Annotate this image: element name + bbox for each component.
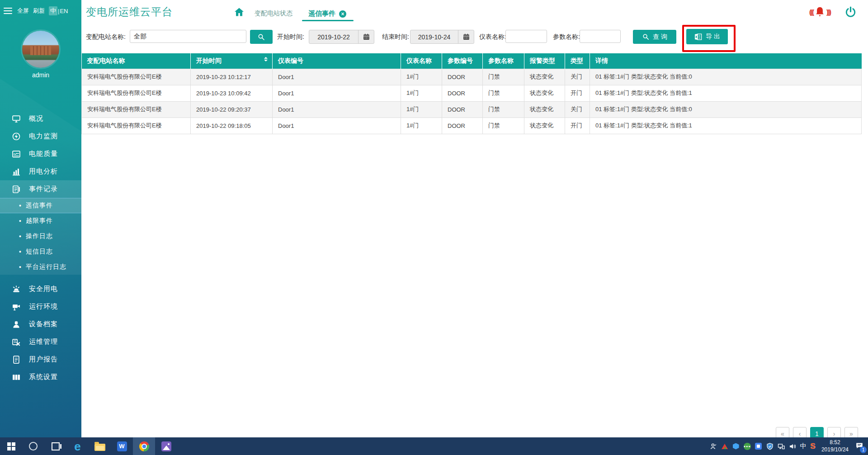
cube-app-tray-icon[interactable] (732, 443, 740, 450)
sidebar-subitem-limit-events[interactable]: •越限事件 (0, 213, 81, 229)
file-explorer-icon[interactable] (89, 437, 111, 455)
sidebar-item-label: 用户报告 (29, 355, 58, 364)
cell-detail: 01 标签:1#门 类型:状态变化 当前值:1 (590, 117, 862, 134)
sidebar-item-operating-environment[interactable]: 运行环境 (0, 298, 81, 315)
cell-meter-name: 1#门 (401, 117, 442, 134)
sidebar-item-user-reports[interactable]: 用户报告 (0, 351, 81, 368)
sidebar-item-usage-analysis[interactable]: 用电分析 (0, 163, 81, 180)
query-button[interactable]: 查 询 (633, 30, 676, 44)
end-date-value: 2019-10-24 (410, 33, 458, 41)
cell-param-name: 门禁 (483, 85, 524, 101)
calendar-icon[interactable] (358, 30, 374, 43)
wps-icon[interactable]: W (111, 437, 133, 455)
shield-security-tray-icon[interactable] (766, 443, 774, 450)
sidebar-item-device-archives[interactable]: 设备档案 (0, 315, 81, 333)
excel-icon (694, 33, 703, 41)
safety-power-icon (12, 285, 21, 294)
fullscreen-button[interactable]: 全屏 (17, 7, 29, 15)
col-header-start-time[interactable]: 开始时间 (191, 53, 273, 69)
taskbar-clock[interactable]: 8:52 2019/10/24 (821, 439, 849, 453)
triangle-app-tray-icon[interactable] (721, 443, 728, 450)
cell-station-name: 安科瑞电气股份有限公司E楼 (82, 101, 191, 117)
param-name-input[interactable] (580, 30, 621, 43)
hamburger-menu-icon[interactable] (4, 6, 12, 16)
export-button[interactable]: 导 出 (686, 29, 728, 44)
photos-icon[interactable] (155, 437, 177, 455)
alarm-bell-icon[interactable]: ((( ))) (809, 6, 830, 18)
sidebar-item-event-records[interactable]: 事件记录 (0, 180, 81, 198)
volume-tray-icon[interactable] (789, 443, 796, 450)
chat-app-tray-icon[interactable]: ●●● (744, 443, 751, 450)
sidebar-item-power-monitor[interactable]: 电力监测 (0, 127, 81, 145)
station-filter-input[interactable] (130, 30, 246, 43)
sidebar-subitem-sms-logs[interactable]: •短信日志 (0, 244, 81, 259)
remote-user-tray-icon[interactable] (710, 443, 717, 450)
cell-type: 关门 (565, 69, 590, 85)
cell-start-time: 2019-10-22 09:20:37 (191, 101, 273, 117)
cell-detail: 01 标签:1#门 类型:状态变化 当前值:0 (590, 101, 862, 117)
logout-power-icon[interactable] (844, 6, 857, 18)
task-view-icon[interactable] (44, 437, 66, 455)
ime-indicator[interactable]: 中 (800, 442, 807, 450)
cell-meter-no: Door1 (273, 101, 401, 117)
table-row: 安科瑞电气股份有限公司E楼2019-10-23 10:12:17Door11#门… (82, 69, 862, 85)
end-date-picker[interactable]: 2019-10-24 (410, 30, 474, 44)
sogou-input-icon[interactable]: S (811, 442, 816, 451)
sidebar-item-label: 用电分析 (29, 167, 58, 176)
cell-meter-name: 1#门 (401, 101, 442, 117)
power-monitor-icon (12, 132, 21, 141)
active-tab-underline (302, 20, 354, 21)
cell-type: 开门 (565, 85, 590, 101)
lang-en-toggle[interactable]: EN (60, 8, 68, 14)
sidebar-item-label: 电能质量 (29, 150, 58, 158)
sidebar-item-label: 事件记录 (29, 185, 58, 193)
bullet-icon: • (19, 233, 21, 240)
maintenance-management-icon (12, 338, 21, 347)
sidebar-item-overview[interactable]: 概况 (0, 110, 81, 127)
blue-app-tray-icon[interactable] (755, 443, 762, 450)
refresh-button[interactable]: 刷新 (33, 7, 45, 15)
meter-name-input[interactable] (505, 30, 547, 43)
network-tray-icon[interactable] (778, 443, 785, 450)
cell-station-name: 安科瑞电气股份有限公司E楼 (82, 117, 191, 134)
cell-param-name: 门禁 (483, 69, 524, 85)
user-reports-icon (12, 355, 21, 364)
col-header-label: 仪表名称 (406, 57, 432, 64)
cell-station-name: 安科瑞电气股份有限公司E楼 (82, 85, 191, 101)
sidebar-subitem-label: 操作日志 (26, 232, 53, 240)
sidebar-subitem-operation-logs[interactable]: •操作日志 (0, 229, 81, 244)
start-button[interactable] (0, 437, 22, 455)
bullet-icon: • (19, 202, 21, 209)
cortana-icon[interactable] (22, 437, 44, 455)
edge-icon[interactable]: e (66, 437, 89, 455)
sidebar-item-label: 运行环境 (29, 302, 58, 311)
station-search-button[interactable] (250, 30, 273, 44)
chrome-icon[interactable] (133, 437, 155, 455)
sidebar-subitem-platform-run-logs[interactable]: •平台运行日志 (0, 259, 81, 275)
tab-station-status[interactable]: 变配电站状态 (255, 9, 292, 18)
submenu-event-records: •遥信事件•越限事件•操作日志•短信日志•平台运行日志 (0, 198, 81, 275)
start-date-picker[interactable]: 2019-10-22 (309, 30, 374, 44)
sidebar-item-power-quality[interactable]: 电能质量 (0, 145, 81, 163)
system-tray: ●●● 中 S 8:52 2019/10/24 1 (710, 437, 863, 455)
home-icon[interactable] (234, 7, 245, 19)
lang-zh-toggle[interactable]: 中 (49, 6, 57, 15)
sort-icon[interactable] (264, 57, 268, 61)
sidebar: 全屏 刷新 中 | EN admin 概况电力监测电能质量用电分析事件记录•遥信… (0, 0, 81, 437)
col-header-station-name: 变配电站名称 (82, 53, 191, 69)
col-header-label: 类型 (571, 57, 583, 64)
cell-meter-no: Door1 (273, 85, 401, 101)
sidebar-item-safety-power[interactable]: 安全用电 (0, 280, 81, 298)
cell-param-no: DOOR (442, 101, 483, 117)
sidebar-item-maintenance-management[interactable]: 运维管理 (0, 333, 81, 351)
cell-alarm-type: 状态变化 (524, 101, 565, 117)
sidebar-subitem-remote-signal-events[interactable]: •遥信事件 (0, 198, 81, 213)
sidebar-item-system-settings[interactable]: 系统设置 (0, 368, 81, 386)
action-center-icon[interactable]: 1 (855, 441, 863, 451)
col-header-type: 类型 (565, 53, 590, 69)
tab-close-icon[interactable]: × (339, 10, 346, 18)
col-header-label: 报警类型 (530, 57, 555, 64)
calendar-icon[interactable] (458, 30, 474, 43)
username: admin (0, 71, 81, 79)
tab-remote-signal-events[interactable]: 遥信事件 × (308, 9, 346, 18)
